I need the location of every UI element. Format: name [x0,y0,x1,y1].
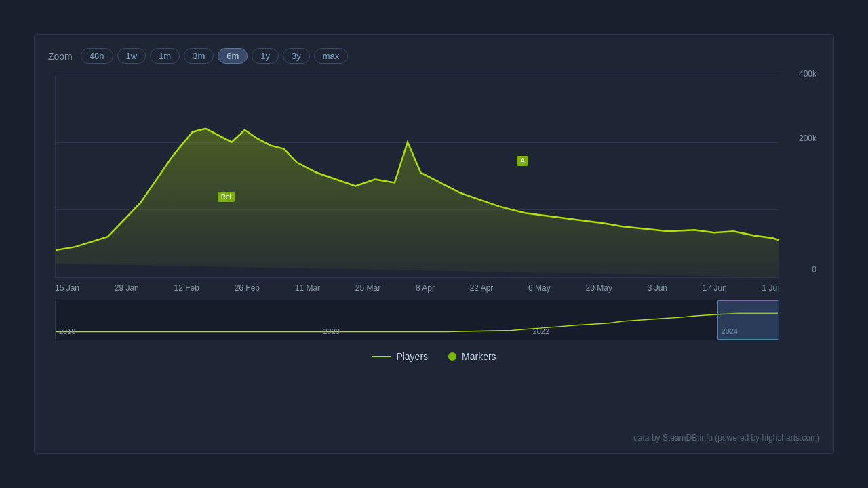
marker-a: A [517,156,528,166]
x-label-7: 22 Apr [470,283,494,293]
zoom-label: Zoom [48,51,73,62]
x-label-1: 29 Jan [115,283,139,293]
nav-year-2018: 2018 [59,327,75,336]
attribution: data by SteamDB.info (powered by highcha… [633,433,820,443]
zoom-1y[interactable]: 1y [252,48,279,64]
x-label-8: 6 May [528,283,551,293]
y-label-200k: 200k [799,134,816,143]
x-label-6: 8 Apr [416,283,435,293]
x-label-0: 15 Jan [55,283,79,293]
y-label-0: 0 [812,265,816,274]
zoom-3y[interactable]: 3y [283,48,310,64]
nav-year-2022: 2022 [533,327,549,336]
navigator[interactable]: 2018 2020 2022 2024 [55,300,779,340]
zoom-1m[interactable]: 1m [150,48,180,64]
x-label-3: 26 Feb [235,283,260,293]
x-label-10: 3 Jun [648,283,667,293]
x-label-5: 25 Mar [355,283,380,293]
zoom-6m[interactable]: 6m [218,48,248,64]
x-label-11: 17 Jun [703,283,727,293]
legend: Players Markers [48,351,820,362]
y-label-400k: 400k [799,69,816,79]
navigator-svg [56,300,778,340]
main-chart: 400k 200k 0 Rel A [55,75,779,278]
nav-year-2020: 2020 [323,327,339,336]
x-label-4: 11 Mar [295,283,320,293]
legend-markers-label: Markers [462,351,496,362]
x-label-2: 12 Feb [174,283,199,293]
x-label-12: 1 Jul [762,283,778,293]
legend-markers: Markers [448,351,496,362]
navigator-selection[interactable] [717,300,778,340]
zoom-bar: Zoom 48h 1w 1m 3m 6m 1y 3y max [48,48,820,64]
chart-svg [56,75,779,277]
chart-container: Zoom 48h 1w 1m 3m 6m 1y 3y max 400k 200k… [34,34,834,454]
legend-markers-dot [448,352,456,361]
zoom-48h[interactable]: 48h [81,48,113,64]
zoom-max[interactable]: max [314,48,349,64]
zoom-3m[interactable]: 3m [184,48,214,64]
legend-players-line [372,356,391,357]
legend-players-label: Players [396,351,428,362]
x-label-9: 20 May [586,283,612,293]
x-axis: 15 Jan 29 Jan 12 Feb 26 Feb 11 Mar 25 Ma… [55,283,779,293]
legend-players: Players [372,351,428,362]
marker-rel: Rel [218,192,235,202]
zoom-1w[interactable]: 1w [117,48,146,64]
